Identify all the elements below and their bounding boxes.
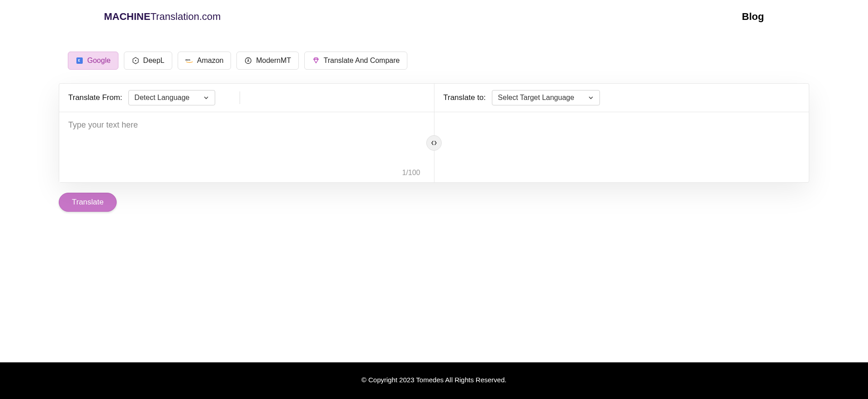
engine-tab-amazon[interactable]: aws Amazon [178, 52, 231, 70]
source-pane-header: Translate From: Detect Language [59, 84, 434, 112]
site-footer: © Copyright 2023 Tomedes All Rights Rese… [0, 362, 868, 399]
translate-button[interactable]: Translate [59, 193, 117, 212]
tab-label: Amazon [197, 57, 224, 65]
tab-label: Google [87, 57, 111, 65]
swap-languages-button[interactable] [426, 135, 442, 151]
engine-tab-google[interactable]: Google [68, 52, 118, 70]
deepl-icon [132, 57, 140, 65]
divider [240, 91, 240, 104]
engine-tab-modernmt[interactable]: ModernMT [236, 52, 298, 70]
target-pane-header: Translate to: Select Target Language [434, 84, 809, 112]
site-header: MACHINETranslation.com Blog [0, 0, 868, 33]
target-language-select[interactable]: Select Target Language [492, 90, 600, 105]
target-pane: Translate to: Select Target Language [434, 84, 809, 182]
swap-icon [430, 139, 438, 147]
svg-point-1 [135, 60, 136, 61]
source-pane: Translate From: Detect Language 1/100 [59, 84, 434, 182]
source-text-input[interactable] [59, 112, 434, 182]
google-icon [75, 57, 84, 65]
modernmt-icon [244, 57, 252, 65]
source-language-value: Detect Language [134, 94, 189, 102]
source-language-select[interactable]: Detect Language [128, 90, 215, 105]
svg-text:aws: aws [185, 58, 190, 61]
tab-label: Translate And Compare [324, 57, 400, 65]
tab-label: DeepL [143, 57, 165, 65]
translate-from-label: Translate From: [68, 93, 122, 102]
blog-link[interactable]: Blog [742, 11, 764, 23]
diamond-icon [312, 57, 320, 65]
main-content: Google DeepL aws Amazon ModernMT Transla… [0, 52, 868, 212]
chevron-down-icon [588, 95, 594, 101]
target-language-value: Select Target Language [498, 94, 574, 102]
engine-tabs: Google DeepL aws Amazon ModernMT Transla… [68, 52, 809, 70]
logo-bold: MACHINE [104, 11, 151, 22]
tab-label: ModernMT [256, 57, 291, 65]
copyright-text: © Copyright 2023 Tomedes All Rights Rese… [362, 376, 507, 384]
translator-card: Translate From: Detect Language 1/100 Tr… [59, 83, 809, 183]
site-logo[interactable]: MACHINETranslation.com [104, 11, 221, 23]
translate-to-label: Translate to: [443, 93, 486, 102]
logo-rest: Translation.com [151, 11, 221, 22]
target-text-output [434, 112, 809, 182]
engine-tab-deepl[interactable]: DeepL [124, 52, 172, 70]
chevron-down-icon [203, 95, 209, 101]
amazon-icon: aws [185, 57, 193, 65]
character-count: 1/100 [402, 169, 420, 177]
engine-tab-compare[interactable]: Translate And Compare [304, 52, 407, 70]
